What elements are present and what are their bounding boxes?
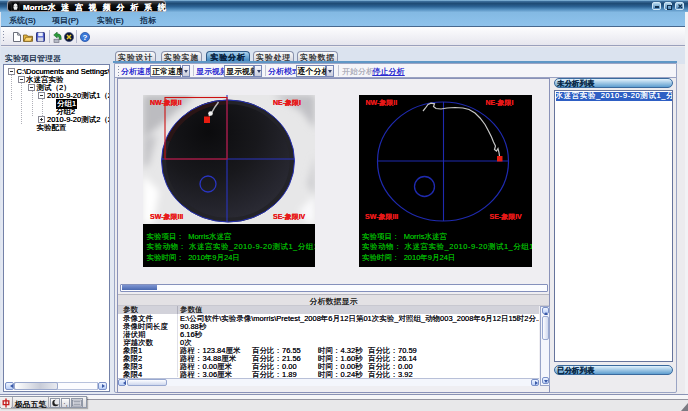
- svg-text:?: ?: [82, 32, 87, 41]
